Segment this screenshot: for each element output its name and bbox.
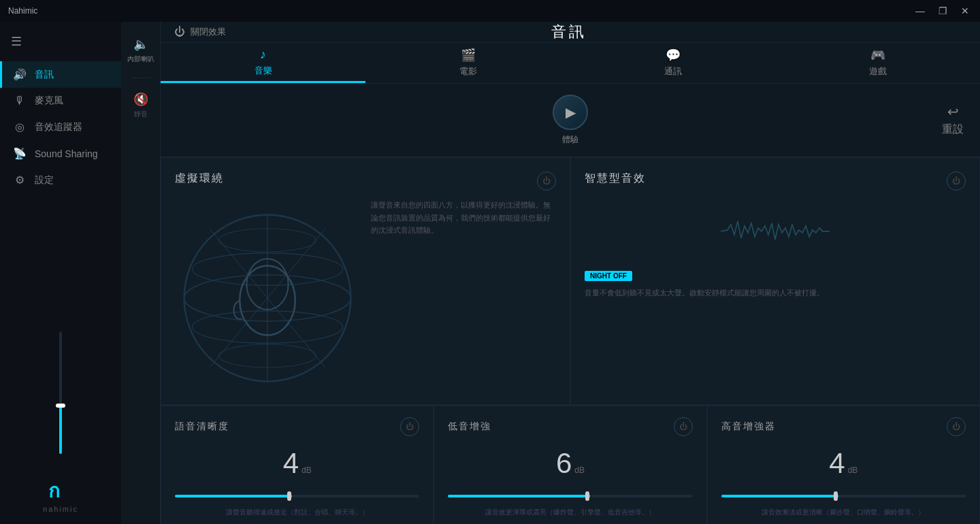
vc-unit: dB	[301, 465, 312, 475]
audio-icon: 🔊	[13, 68, 27, 81]
tb-title: 高音增強器	[721, 421, 776, 433]
reset-icon: ↩	[947, 103, 959, 120]
close-button[interactable]: ✕	[958, 4, 972, 18]
nahimic-logo: ก nahimic	[0, 473, 121, 524]
page-title: 音訊	[226, 22, 912, 42]
tb-fill	[721, 495, 838, 497]
tab-game[interactable]: 🎮 遊戲	[775, 43, 980, 83]
tb-header: 高音增強器 ⏻	[721, 417, 966, 436]
head-visual	[175, 206, 360, 391]
bass-boost-panel: 低音增強 ⏻ 6 dB 讓音效更渾厚或震亮（爆炸聲、引擎聲、低音吉他等。）	[434, 406, 706, 524]
mute-label: 靜音	[134, 110, 148, 119]
vs-title: 虛擬環繞	[175, 171, 224, 186]
window-controls: — ❐ ✕	[913, 4, 972, 18]
tb-value-display: 4 dB	[721, 447, 966, 480]
ss-title: 智慧型音效	[585, 171, 646, 186]
sidebar-item-audio[interactable]: 🔊 音訊	[0, 61, 121, 88]
sidebar-item-tracker-label: 音效追蹤器	[35, 121, 82, 133]
sidebar-nav: 🔊 音訊 🎙 麥克風 ◎ 音效追蹤器 📡 Sound Sharing ⚙ 設定	[0, 61, 121, 331]
volume-fill	[59, 405, 62, 454]
game-tab-label: 遊戲	[869, 65, 887, 78]
bb-thumb[interactable]	[585, 491, 589, 501]
tb-thumb[interactable]	[834, 491, 838, 501]
topbar: ⏻ 關閉效果 音訊	[161, 22, 980, 43]
reset-button[interactable]: ↩ 重設	[942, 103, 964, 137]
settings-icon: ⚙	[13, 174, 27, 186]
movie-tab-icon: 🎬	[461, 48, 476, 63]
tabs-bar: ♪ 音樂 🎬 電影 💬 通訊 🎮 遊戲	[161, 43, 980, 84]
app-title: Nahimic	[8, 6, 37, 16]
experience-label: 體驗	[562, 134, 578, 146]
comm-tab-label: 通訊	[664, 65, 682, 78]
experience-button[interactable]: ▶ 體驗	[553, 95, 588, 146]
speaker-divider	[131, 78, 151, 78]
volume-thumb[interactable]	[56, 404, 65, 408]
titlebar: Nahimic — ❐ ✕	[0, 0, 980, 22]
mute-button[interactable]: 🔇 靜音	[131, 86, 151, 125]
sidebar-item-mic-label: 麥克風	[35, 95, 63, 107]
menu-button[interactable]: ☰	[0, 29, 121, 54]
ss-power-button[interactable]: ⏻	[947, 171, 966, 191]
bb-power-button[interactable]: ⏻	[674, 417, 693, 436]
vc-fill	[175, 495, 292, 497]
vc-value-display: 4 dB	[175, 447, 419, 480]
play-circle: ▶	[553, 95, 588, 130]
app-body: ☰ 🔊 音訊 🎙 麥克風 ◎ 音效追蹤器 📡 Sound Sharing ⚙ 設…	[0, 22, 980, 524]
vs-power-button[interactable]: ⏻	[537, 171, 556, 191]
ss-desc: 音量不會低到聽不見或太大聲。啟動安靜模式能讓您周圍的人不被打擾。	[585, 286, 966, 299]
experience-row: ▶ 體驗 ↩ 重設	[161, 84, 980, 157]
vs-content: 讓聲音來自您的四面八方，以獲得更好的沈浸體驗。無論您音訊裝置的品質為何，我們的技…	[175, 199, 556, 391]
vc-desc: 讓聲音聽得遠或接近（對話、合唱、聊天等。）	[175, 507, 419, 518]
game-tab-icon: 🎮	[870, 48, 885, 63]
effects-button[interactable]: ⏻ 關閉效果	[174, 26, 226, 38]
minimize-button[interactable]: —	[913, 4, 928, 18]
sidebar-item-settings[interactable]: ⚙ 設定	[0, 167, 121, 193]
bb-header: 低音增強 ⏻	[448, 417, 692, 436]
tb-slider[interactable]	[721, 495, 966, 497]
vc-header: 語音清晰度 ⏻	[175, 417, 419, 436]
tb-power-button[interactable]: ⏻	[947, 417, 966, 436]
tab-movie[interactable]: 🎬 電影	[365, 43, 570, 83]
vc-thumb[interactable]	[287, 491, 291, 501]
music-tab-label: 音樂	[255, 65, 272, 77]
vs-header: 虛擬環繞 ⏻	[175, 171, 556, 191]
tab-music[interactable]: ♪ 音樂	[161, 43, 365, 83]
bb-fill	[448, 495, 589, 497]
comm-tab-icon: 💬	[666, 48, 681, 63]
sidebar-item-mic[interactable]: 🎙 麥克風	[0, 88, 121, 114]
sidebar-item-settings-label: 設定	[35, 174, 54, 186]
logo-text: nahimic	[43, 505, 78, 513]
logo-mark: ก	[47, 480, 74, 505]
movie-tab-label: 電影	[459, 65, 477, 78]
tab-comm[interactable]: 💬 通訊	[570, 43, 775, 83]
vc-title: 語音清晰度	[175, 421, 229, 433]
sidebar: ☰ 🔊 音訊 🎙 麥克風 ◎ 音效追蹤器 📡 Sound Sharing ⚙ 設…	[0, 22, 121, 524]
feature-grid: 虛擬環繞 ⏻	[161, 157, 980, 405]
tb-value: 4	[829, 447, 845, 480]
bb-slider[interactable]	[448, 495, 692, 497]
speaker-panel: 🔈 內部喇叭 🔇 靜音	[121, 22, 161, 524]
sliders-row: 語音清晰度 ⏻ 4 dB 讓聲音聽得遠或接近（對話、合唱、聊天等。） 低音增強 …	[161, 405, 980, 524]
tb-desc: 讓音效漸淡或更清晰（腳步聲、口哨聲、鋼鈴聲等。）	[721, 507, 966, 518]
vs-text: 讓聲音來自您的四面八方，以獲得更好的沈浸體驗。無論您音訊裝置的品質為何，我們的技…	[371, 199, 556, 391]
ss-header: 智慧型音效 ⏻	[585, 171, 966, 191]
volume-slider[interactable]	[59, 331, 62, 454]
virtual-surround-panel: 虛擬環繞 ⏻	[161, 157, 570, 405]
maximize-button[interactable]: ❐	[936, 4, 950, 18]
sidebar-item-sharing[interactable]: 📡 Sound Sharing	[0, 140, 121, 167]
svg-text:ก: ก	[48, 480, 59, 500]
voice-clarity-panel: 語音清晰度 ⏻ 4 dB 讓聲音聽得遠或接近（對話、合唱、聊天等。）	[161, 406, 434, 524]
sidebar-item-audio-label: 音訊	[35, 69, 54, 81]
vc-slider[interactable]	[175, 495, 419, 497]
vc-value: 4	[283, 447, 299, 480]
volume-area	[0, 331, 121, 473]
speaker-icon: 🔈	[133, 37, 148, 52]
reset-label: 重設	[942, 122, 964, 137]
surround-sphere-svg	[175, 206, 360, 391]
main-content: ⏻ 關閉效果 音訊 ♪ 音樂 🎬 電影 💬 通訊 🎮 遊戲	[161, 22, 980, 524]
speaker-label: 內部喇叭	[127, 54, 154, 64]
vc-power-button[interactable]: ⏻	[400, 417, 419, 436]
speaker-selector[interactable]: 🔈 內部喇叭	[125, 31, 157, 69]
sidebar-item-tracker[interactable]: ◎ 音效追蹤器	[0, 114, 121, 140]
bb-desc: 讓音效更渾厚或震亮（爆炸聲、引擎聲、低音吉他等。）	[448, 507, 692, 518]
